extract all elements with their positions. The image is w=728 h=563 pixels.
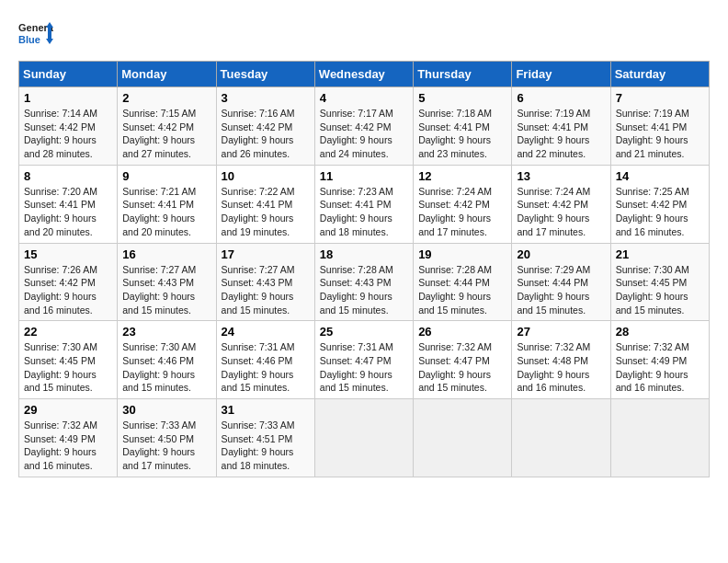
day-cell — [314, 399, 413, 477]
day-number: 5 — [418, 91, 506, 105]
day-info: Sunrise: 7:28 AM Sunset: 4:44 PM Dayligh… — [418, 263, 506, 317]
day-number: 14 — [616, 169, 704, 183]
day-cell — [610, 399, 709, 477]
day-cell: 19 Sunrise: 7:28 AM Sunset: 4:44 PM Dayl… — [414, 243, 512, 321]
day-number: 28 — [616, 325, 704, 339]
day-info: Sunrise: 7:32 AM Sunset: 4:48 PM Dayligh… — [517, 340, 605, 395]
day-info: Sunrise: 7:30 AM Sunset: 4:45 PM Dayligh… — [616, 263, 704, 317]
day-number: 3 — [222, 91, 310, 105]
day-number: 4 — [320, 91, 408, 105]
day-number: 8 — [24, 169, 112, 183]
day-info: Sunrise: 7:31 AM Sunset: 4:47 PM Dayligh… — [320, 340, 408, 395]
day-number: 25 — [320, 325, 408, 339]
day-info: Sunrise: 7:33 AM Sunset: 4:51 PM Dayligh… — [222, 419, 310, 473]
day-number: 20 — [517, 247, 605, 261]
col-header-saturday: Saturday — [610, 62, 709, 87]
week-row-1: 1 Sunrise: 7:14 AM Sunset: 4:42 PM Dayli… — [19, 87, 710, 166]
day-cell: 25 Sunrise: 7:31 AM Sunset: 4:47 PM Dayl… — [314, 321, 413, 399]
col-header-monday: Monday — [118, 62, 216, 87]
day-info: Sunrise: 7:30 AM Sunset: 4:45 PM Dayligh… — [24, 340, 112, 395]
day-info: Sunrise: 7:17 AM Sunset: 4:42 PM Dayligh… — [320, 107, 408, 161]
day-cell: 3 Sunrise: 7:16 AM Sunset: 4:42 PM Dayli… — [216, 87, 314, 166]
day-cell: 4 Sunrise: 7:17 AM Sunset: 4:42 PM Dayli… — [314, 87, 413, 166]
day-info: Sunrise: 7:15 AM Sunset: 4:42 PM Dayligh… — [122, 107, 210, 161]
day-cell: 7 Sunrise: 7:19 AM Sunset: 4:41 PM Dayli… — [610, 87, 709, 166]
day-info: Sunrise: 7:29 AM Sunset: 4:44 PM Dayligh… — [517, 263, 605, 317]
col-header-sunday: Sunday — [19, 62, 118, 87]
day-cell: 10 Sunrise: 7:22 AM Sunset: 4:41 PM Dayl… — [216, 165, 314, 243]
logo-icon: General Blue — [18, 18, 53, 52]
week-row-5: 29 Sunrise: 7:32 AM Sunset: 4:49 PM Dayl… — [19, 399, 710, 477]
day-info: Sunrise: 7:19 AM Sunset: 4:41 PM Dayligh… — [616, 107, 704, 161]
day-info: Sunrise: 7:14 AM Sunset: 4:42 PM Dayligh… — [24, 107, 112, 161]
day-info: Sunrise: 7:22 AM Sunset: 4:41 PM Dayligh… — [222, 185, 310, 239]
day-info: Sunrise: 7:21 AM Sunset: 4:41 PM Dayligh… — [122, 185, 210, 239]
day-info: Sunrise: 7:23 AM Sunset: 4:41 PM Dayligh… — [320, 185, 408, 239]
day-number: 18 — [320, 247, 408, 261]
day-cell: 26 Sunrise: 7:32 AM Sunset: 4:47 PM Dayl… — [414, 321, 512, 399]
day-cell: 31 Sunrise: 7:33 AM Sunset: 4:51 PM Dayl… — [216, 399, 314, 477]
day-cell: 12 Sunrise: 7:24 AM Sunset: 4:42 PM Dayl… — [414, 165, 512, 243]
day-cell: 20 Sunrise: 7:29 AM Sunset: 4:44 PM Dayl… — [512, 243, 610, 321]
day-info: Sunrise: 7:24 AM Sunset: 4:42 PM Dayligh… — [517, 185, 605, 239]
day-cell: 13 Sunrise: 7:24 AM Sunset: 4:42 PM Dayl… — [512, 165, 610, 243]
day-number: 12 — [418, 169, 506, 183]
day-info: Sunrise: 7:32 AM Sunset: 4:49 PM Dayligh… — [24, 419, 112, 473]
day-cell: 22 Sunrise: 7:30 AM Sunset: 4:45 PM Dayl… — [19, 321, 118, 399]
day-cell: 8 Sunrise: 7:20 AM Sunset: 4:41 PM Dayli… — [19, 165, 118, 243]
day-number: 9 — [122, 169, 210, 183]
day-cell: 28 Sunrise: 7:32 AM Sunset: 4:49 PM Dayl… — [610, 321, 709, 399]
day-cell — [414, 399, 512, 477]
day-info: Sunrise: 7:28 AM Sunset: 4:43 PM Dayligh… — [320, 263, 408, 317]
day-cell: 18 Sunrise: 7:28 AM Sunset: 4:43 PM Dayl… — [314, 243, 413, 321]
day-number: 24 — [222, 325, 310, 339]
day-cell: 15 Sunrise: 7:26 AM Sunset: 4:42 PM Dayl… — [19, 243, 118, 321]
day-number: 15 — [24, 247, 112, 261]
day-cell: 2 Sunrise: 7:15 AM Sunset: 4:42 PM Dayli… — [118, 87, 216, 166]
page-header: General Blue — [18, 18, 710, 52]
day-number: 30 — [122, 403, 210, 417]
day-info: Sunrise: 7:32 AM Sunset: 4:47 PM Dayligh… — [418, 340, 506, 395]
col-header-friday: Friday — [512, 62, 610, 87]
day-cell: 30 Sunrise: 7:33 AM Sunset: 4:50 PM Dayl… — [118, 399, 216, 477]
day-cell: 24 Sunrise: 7:31 AM Sunset: 4:46 PM Dayl… — [216, 321, 314, 399]
week-row-4: 22 Sunrise: 7:30 AM Sunset: 4:45 PM Dayl… — [19, 321, 710, 399]
day-info: Sunrise: 7:16 AM Sunset: 4:42 PM Dayligh… — [222, 107, 310, 161]
day-number: 21 — [616, 247, 704, 261]
day-cell: 29 Sunrise: 7:32 AM Sunset: 4:49 PM Dayl… — [19, 399, 118, 477]
week-row-3: 15 Sunrise: 7:26 AM Sunset: 4:42 PM Dayl… — [19, 243, 710, 321]
day-number: 2 — [122, 91, 210, 105]
day-number: 29 — [24, 403, 112, 417]
day-number: 31 — [222, 403, 310, 417]
day-cell: 5 Sunrise: 7:18 AM Sunset: 4:41 PM Dayli… — [414, 87, 512, 166]
day-cell: 6 Sunrise: 7:19 AM Sunset: 4:41 PM Dayli… — [512, 87, 610, 166]
day-cell: 11 Sunrise: 7:23 AM Sunset: 4:41 PM Dayl… — [314, 165, 413, 243]
day-info: Sunrise: 7:32 AM Sunset: 4:49 PM Dayligh… — [616, 340, 704, 395]
day-info: Sunrise: 7:20 AM Sunset: 4:41 PM Dayligh… — [24, 185, 112, 239]
day-info: Sunrise: 7:30 AM Sunset: 4:46 PM Dayligh… — [122, 340, 210, 395]
col-header-tuesday: Tuesday — [216, 62, 314, 87]
day-cell: 23 Sunrise: 7:30 AM Sunset: 4:46 PM Dayl… — [118, 321, 216, 399]
day-number: 11 — [320, 169, 408, 183]
day-number: 19 — [418, 247, 506, 261]
day-info: Sunrise: 7:24 AM Sunset: 4:42 PM Dayligh… — [418, 185, 506, 239]
day-number: 13 — [517, 169, 605, 183]
day-number: 27 — [517, 325, 605, 339]
day-number: 6 — [517, 91, 605, 105]
calendar-header-row: SundayMondayTuesdayWednesdayThursdayFrid… — [19, 62, 710, 87]
day-cell: 1 Sunrise: 7:14 AM Sunset: 4:42 PM Dayli… — [19, 87, 118, 166]
col-header-wednesday: Wednesday — [314, 62, 413, 87]
svg-text:Blue: Blue — [18, 34, 40, 45]
day-info: Sunrise: 7:27 AM Sunset: 4:43 PM Dayligh… — [122, 263, 210, 317]
day-number: 1 — [24, 91, 112, 105]
col-header-thursday: Thursday — [414, 62, 512, 87]
day-number: 22 — [24, 325, 112, 339]
day-info: Sunrise: 7:33 AM Sunset: 4:50 PM Dayligh… — [122, 419, 210, 473]
day-cell: 17 Sunrise: 7:27 AM Sunset: 4:43 PM Dayl… — [216, 243, 314, 321]
day-cell: 9 Sunrise: 7:21 AM Sunset: 4:41 PM Dayli… — [118, 165, 216, 243]
day-cell: 21 Sunrise: 7:30 AM Sunset: 4:45 PM Dayl… — [610, 243, 709, 321]
day-number: 26 — [418, 325, 506, 339]
day-number: 7 — [616, 91, 704, 105]
day-info: Sunrise: 7:31 AM Sunset: 4:46 PM Dayligh… — [222, 340, 310, 395]
calendar-table: SundayMondayTuesdayWednesdayThursdayFrid… — [18, 61, 710, 477]
